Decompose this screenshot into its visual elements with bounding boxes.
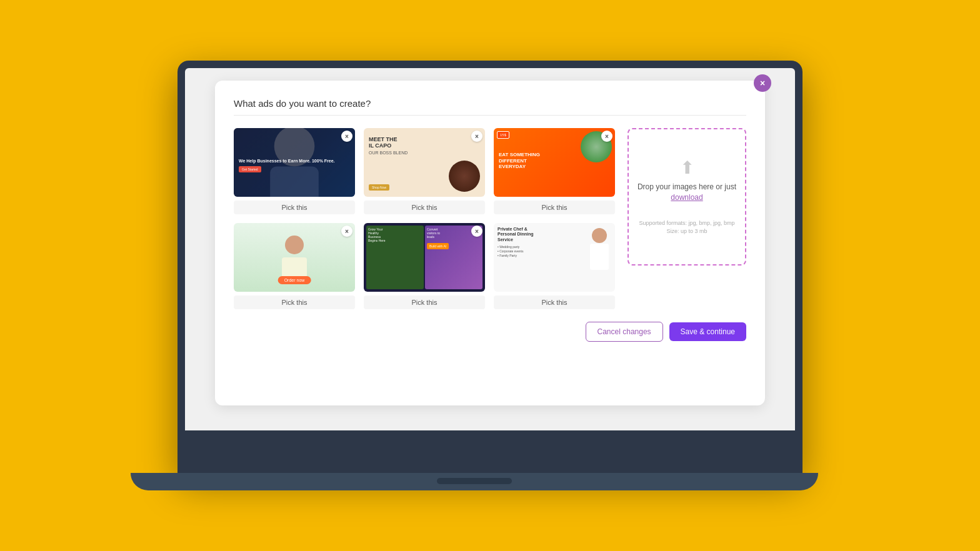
laptop-screen: What ads do you want to create? ×: [185, 68, 795, 430]
ad-card-3: 15$ EAT SOMETHINGDIFFERENTEVERYDAY × Pic…: [494, 128, 615, 214]
ad-card-5: Grow YourHealthyBusinessBegins Here Conv…: [364, 223, 485, 309]
save-continue-button[interactable]: Save & continue: [669, 322, 746, 341]
drop-text-main: Drop your images here or just: [638, 182, 736, 191]
ad4-btn: Order now: [278, 276, 311, 284]
ad6-chef: [587, 226, 612, 270]
upload-icon: ⬆: [680, 157, 694, 178]
ad1-cta: Get Started: [239, 166, 261, 172]
ad-image-5: Grow YourHealthyBusinessBegins Here Conv…: [364, 223, 485, 292]
card-remove-3[interactable]: ×: [601, 131, 612, 142]
ad2-title: MEET THEIL CAPO: [369, 137, 398, 149]
ad5-cta: Build with AI: [427, 243, 449, 249]
ad-card-2: MEET THEIL CAPO OUR BOSS BLEND Shop Now …: [364, 128, 485, 214]
ad-card-1: We Help Businesses to Earn More. 100% Fr…: [234, 128, 355, 214]
ad-grid: We Help Businesses to Earn More. 100% Fr…: [234, 128, 615, 309]
ad3-text: EAT SOMETHINGDIFFERENTEVERYDAY: [499, 152, 540, 170]
card-remove-5[interactable]: ×: [471, 226, 482, 237]
drop-subtext: Supported formats: jpg, bmp, jpg, bmpSiz…: [639, 219, 734, 236]
pick-btn-3[interactable]: Pick this: [494, 201, 615, 214]
ad-image-2: MEET THEIL CAPO OUR BOSS BLEND Shop Now: [364, 128, 485, 197]
drop-zone[interactable]: ⬆ Drop your images here or just download…: [628, 128, 746, 266]
drop-text: Drop your images here or just download: [638, 182, 736, 203]
ad-image-6: Private Chef &Personal DinningService • …: [494, 223, 615, 292]
ad4-person: [276, 232, 313, 282]
content-area: We Help Businesses to Earn More. 100% Fr…: [234, 128, 746, 309]
card-image-wrap-4: Order now ×: [234, 223, 355, 292]
card-image-wrap-3: 15$ EAT SOMETHINGDIFFERENTEVERYDAY ×: [494, 128, 615, 197]
ad5-left: Grow YourHealthyBusinessBegins Here: [366, 226, 424, 289]
ad3-price: 15$: [497, 131, 509, 139]
ad5-row: Grow YourHealthyBusinessBegins Here Conv…: [366, 226, 482, 289]
pick-btn-6[interactable]: Pick this: [494, 295, 615, 309]
modal-dialog: What ads do you want to create? ×: [215, 81, 765, 405]
drop-download-link[interactable]: download: [671, 193, 702, 202]
pick-btn-4[interactable]: Pick this: [234, 295, 355, 309]
pick-btn-2[interactable]: Pick this: [364, 201, 485, 214]
ad-image-4: Order now: [234, 223, 355, 292]
ad-card-4: Order now × Pick this: [234, 223, 355, 309]
close-button[interactable]: ×: [754, 74, 771, 92]
card-remove-4[interactable]: ×: [341, 226, 352, 237]
laptop-container: What ads do you want to create? ×: [162, 61, 818, 490]
card-image-wrap-5: Grow YourHealthyBusinessBegins Here Conv…: [364, 223, 485, 292]
image-grid: We Help Businesses to Earn More. 100% Fr…: [234, 128, 615, 309]
card-remove-2[interactable]: ×: [471, 131, 482, 142]
pick-btn-5[interactable]: Pick this: [364, 295, 485, 309]
laptop-body: What ads do you want to create? ×: [178, 61, 802, 473]
pick-btn-1[interactable]: Pick this: [234, 201, 355, 214]
modal-title: What ads do you want to create?: [234, 98, 371, 109]
cancel-button[interactable]: Cancel changes: [586, 322, 663, 342]
ad2-coffee: [449, 161, 480, 192]
card-image-wrap-2: MEET THEIL CAPO OUR BOSS BLEND Shop Now …: [364, 128, 485, 197]
card-image-wrap-6: Private Chef &Personal DinningService • …: [494, 223, 615, 292]
ad2-btn: Shop Now: [369, 184, 389, 191]
card-remove-1[interactable]: ×: [341, 131, 352, 142]
card-image-wrap-1: We Help Businesses to Earn More. 100% Fr…: [234, 128, 355, 197]
ad5-left-text: Grow YourHealthyBusinessBegins Here: [368, 227, 422, 242]
ad1-text: We Help Businesses to Earn More. 100% Fr…: [239, 158, 335, 164]
footer-buttons: Cancel changes Save & continue: [234, 322, 746, 342]
modal-header: What ads do you want to create? ×: [234, 98, 746, 116]
ad-image-3: 15$ EAT SOMETHINGDIFFERENTEVERYDAY: [494, 128, 615, 197]
modal-background: What ads do you want to create? ×: [185, 68, 795, 430]
ad2-subtitle: OUR BOSS BLEND: [369, 151, 408, 155]
laptop-base: [131, 473, 818, 490]
ad-card-6: Private Chef &Personal DinningService • …: [494, 223, 615, 309]
ad-image-1: We Help Businesses to Earn More. 100% Fr…: [234, 128, 355, 197]
